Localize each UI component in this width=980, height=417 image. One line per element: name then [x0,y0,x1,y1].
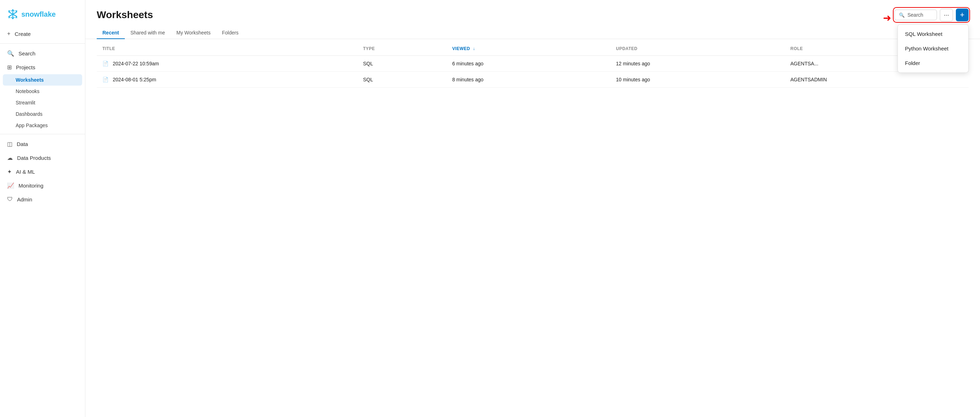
search-box-label: Search [907,12,923,18]
main-header: Worksheets ➜ 🔍 Search ··· + SQL Workshee… [85,0,980,21]
search-box[interactable]: 🔍 Search [894,10,937,20]
app-packages-sub-label: App Packages [16,122,48,128]
tab-folders[interactable]: Folders [216,27,244,39]
data-icon: ◫ [7,141,13,147]
sidebar-item-data-products[interactable]: ☁ Data Products [0,151,85,165]
sidebar: snowflake + Create 🔍 Search ⊞ Projects W… [0,0,85,417]
worksheets-table: TITLE TYPE VIEWED ↓ UPDATED ROLE [97,42,969,88]
col-title: TITLE [97,42,357,56]
sidebar-sub-app-packages[interactable]: App Packages [0,120,85,131]
worksheets-sub-label: Worksheets [16,77,44,83]
sidebar-sub-streamlit[interactable]: Streamlit [0,97,85,108]
row2-title: 📄 2024-08-01 5:25pm [97,72,357,88]
monitoring-label: Monitoring [19,182,43,189]
row2-type: SQL [357,72,447,88]
projects-label: Projects [16,64,35,70]
ai-ml-icon: ✦ [7,168,12,175]
sidebar-item-search[interactable]: 🔍 Search [0,46,85,60]
sidebar-sub-notebooks[interactable]: Notebooks [0,86,85,97]
tabs: Recent Shared with me My Worksheets Fold… [85,21,980,39]
dropdown-menu: SQL Worksheet Python Worksheet Folder [897,24,969,73]
sidebar-item-ai-ml[interactable]: ✦ AI & ML [0,165,85,179]
dropdown-sql-worksheet[interactable]: SQL Worksheet [898,27,968,41]
table-row[interactable]: 📄 2024-07-22 10:59am SQL 6 minutes ago 1… [97,56,969,72]
admin-icon: 🛡 [7,196,13,203]
main-content: Worksheets ➜ 🔍 Search ··· + SQL Workshee… [85,0,980,417]
search-nav-label: Search [19,51,35,57]
logo-text: snowflake [21,10,56,19]
dropdown-folder[interactable]: Folder [898,56,968,70]
ai-ml-label: AI & ML [16,169,35,175]
doc-icon-2: 📄 [102,77,108,82]
streamlit-sub-label: Streamlit [16,100,35,106]
sidebar-item-admin[interactable]: 🛡 Admin [0,192,85,206]
sidebar-divider-1 [0,43,85,44]
tab-my-worksheets[interactable]: My Worksheets [171,27,216,39]
tab-recent[interactable]: Recent [97,27,125,39]
sidebar-item-projects[interactable]: ⊞ Projects [0,60,85,74]
table-header: TITLE TYPE VIEWED ↓ UPDATED ROLE [97,42,969,56]
sidebar-create[interactable]: + Create [0,27,85,41]
notebooks-sub-label: Notebooks [16,89,40,94]
monitoring-icon: 📈 [7,182,14,189]
table-row[interactable]: 📄 2024-08-01 5:25pm SQL 8 minutes ago 10… [97,72,969,88]
sidebar-divider-2 [0,134,85,134]
col-type: TYPE [357,42,447,56]
header-actions: ➜ 🔍 Search ··· + SQL Worksheet Python Wo… [894,8,969,21]
col-updated: UPDATED [610,42,785,56]
search-nav-icon: 🔍 [7,50,14,57]
row1-updated: 12 minutes ago [610,56,785,72]
row2-viewed: 8 minutes ago [447,72,611,88]
data-products-label: Data Products [17,155,51,161]
row1-viewed: 6 minutes ago [447,56,611,72]
plus-icon: + [7,30,10,37]
row2-updated: 10 minutes ago [610,72,785,88]
search-icon: 🔍 [899,13,905,18]
snowflake-icon [7,8,19,20]
dashboards-sub-label: Dashboards [16,111,43,117]
add-button[interactable]: + [956,8,969,21]
sidebar-sub-dashboards[interactable]: Dashboards [0,108,85,120]
col-viewed[interactable]: VIEWED ↓ [447,42,611,56]
create-label: Create [14,31,30,37]
dropdown-python-worksheet[interactable]: Python Worksheet [898,41,968,56]
table-container: TITLE TYPE VIEWED ↓ UPDATED ROLE [85,39,980,417]
doc-icon-1: 📄 [102,61,108,67]
row1-title: 📄 2024-07-22 10:59am [97,56,357,72]
data-label: Data [17,141,28,147]
sidebar-item-data[interactable]: ◫ Data [0,137,85,151]
sidebar-logo: snowflake [0,6,85,27]
projects-icon: ⊞ [7,64,12,71]
table-body: 📄 2024-07-22 10:59am SQL 6 minutes ago 1… [97,56,969,88]
row1-type: SQL [357,56,447,72]
page-title: Worksheets [97,9,153,21]
admin-label: Admin [17,197,32,203]
sort-arrow-icon: ↓ [473,46,475,51]
tab-shared[interactable]: Shared with me [125,27,171,39]
sidebar-sub-worksheets[interactable]: Worksheets [3,74,82,86]
row2-role: AGENTSADMIN [785,72,969,88]
more-options-button[interactable]: ··· [940,9,953,21]
data-products-icon: ☁ [7,154,13,161]
sidebar-item-monitoring[interactable]: 📈 Monitoring [0,179,85,192]
